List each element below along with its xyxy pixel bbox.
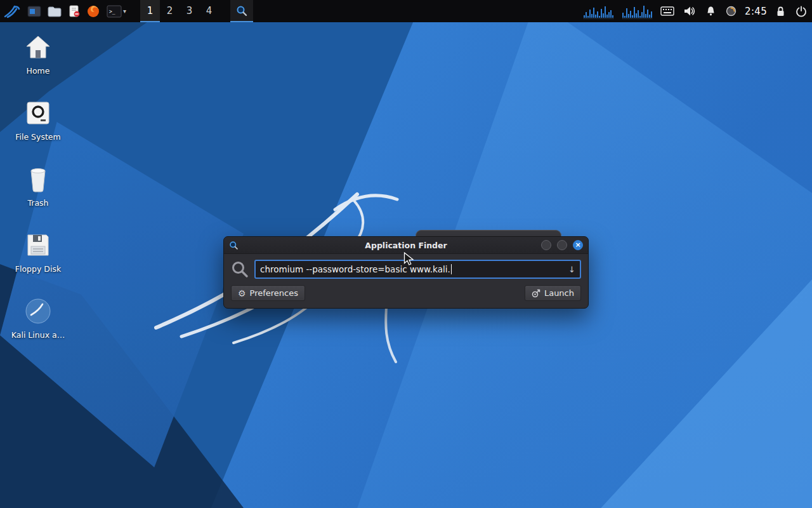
session-power-icon[interactable] (794, 0, 808, 22)
workspace-switcher: 1 2 3 4 (140, 0, 219, 22)
desktop-icon-home[interactable]: Home (11, 32, 65, 76)
volume-icon[interactable] (683, 0, 697, 22)
preferences-button[interactable]: ⚙ Preferences (231, 285, 305, 301)
finder-body: chromium --password-store=basic www.kali… (224, 254, 588, 308)
desktop-icons: Home File System Trash (11, 32, 65, 362)
desktop-icon-label: File System (15, 132, 61, 142)
workspace-button-3[interactable]: 3 (180, 0, 199, 22)
trash-icon (26, 164, 50, 194)
desktop-icon-label: Home (27, 66, 50, 76)
clock[interactable]: 2:45 (745, 6, 767, 17)
net-graph-icon[interactable] (622, 5, 652, 19)
window-controls: × (541, 240, 583, 250)
preferences-button-label: Preferences (250, 288, 298, 298)
application-finder-window: Application Finder × chromium --password… (223, 236, 589, 309)
text-caret (451, 264, 452, 274)
terminal-icon[interactable]: >_ ▾ (103, 0, 130, 22)
search-icon (231, 260, 249, 278)
close-button[interactable]: × (573, 240, 583, 250)
history-dropdown-icon[interactable]: ↓ (565, 265, 575, 274)
keyboard-icon[interactable] (659, 0, 676, 22)
drive-icon (25, 98, 51, 128)
maximize-button[interactable] (557, 240, 567, 250)
panel-tray: 2:45 (584, 0, 808, 22)
launch-button[interactable]: Launch (525, 285, 581, 301)
desktop-icon-label: Kali Linux a… (11, 330, 65, 340)
launch-button-label: Launch (544, 288, 574, 298)
desktop-icon-trash[interactable]: Trash (11, 164, 65, 208)
cpu-graph-icon[interactable] (584, 5, 613, 19)
workspace-button-4[interactable]: 4 (199, 0, 219, 22)
notifications-bell-icon[interactable] (704, 0, 717, 22)
window-buttons-icon[interactable] (24, 0, 44, 22)
search-input[interactable]: chromium --password-store=basic www.kali… (254, 260, 581, 279)
home-icon (25, 32, 51, 62)
desktop-icon-file-system[interactable]: File System (11, 98, 65, 142)
top-panel: >_ ▾ 1 2 3 4 (0, 0, 812, 22)
desktop-icon-label: Floppy Disk (15, 264, 61, 274)
svg-text:>_: >_ (109, 9, 115, 15)
launch-icon (532, 289, 540, 298)
application-finder-icon (236, 5, 247, 17)
kali-menu-icon[interactable] (0, 0, 24, 22)
gear-icon: ⚙ (238, 289, 246, 298)
panel-launchers: >_ ▾ 1 2 3 4 (0, 0, 253, 22)
lock-icon[interactable] (774, 0, 787, 22)
terminal-dropdown-caret-icon[interactable]: ▾ (123, 8, 126, 15)
floppy-icon (25, 230, 51, 260)
text-editor-icon[interactable] (65, 0, 84, 22)
desktop-icon-floppy-disk[interactable]: Floppy Disk (11, 230, 65, 274)
search-input-value: chromium --password-store=basic www.kali… (260, 264, 450, 274)
desktop-icon-kali-docs[interactable]: Kali Linux a… (11, 296, 65, 340)
kali-circle-icon (25, 296, 51, 326)
window-icon (229, 241, 239, 250)
desktop-icon-label: Trash (27, 198, 48, 208)
workspace-button-1[interactable]: 1 (140, 0, 160, 22)
firefox-icon[interactable] (84, 0, 103, 22)
workspace-button-2[interactable]: 2 (160, 0, 180, 22)
file-manager-icon[interactable] (44, 0, 65, 22)
titlebar[interactable]: Application Finder × (224, 237, 588, 254)
status-circle-icon[interactable] (724, 0, 738, 22)
system-graphs (584, 4, 652, 19)
window-title: Application Finder (224, 241, 588, 250)
minimize-button[interactable] (541, 240, 551, 250)
taskbar-application-finder-button[interactable] (230, 0, 253, 22)
